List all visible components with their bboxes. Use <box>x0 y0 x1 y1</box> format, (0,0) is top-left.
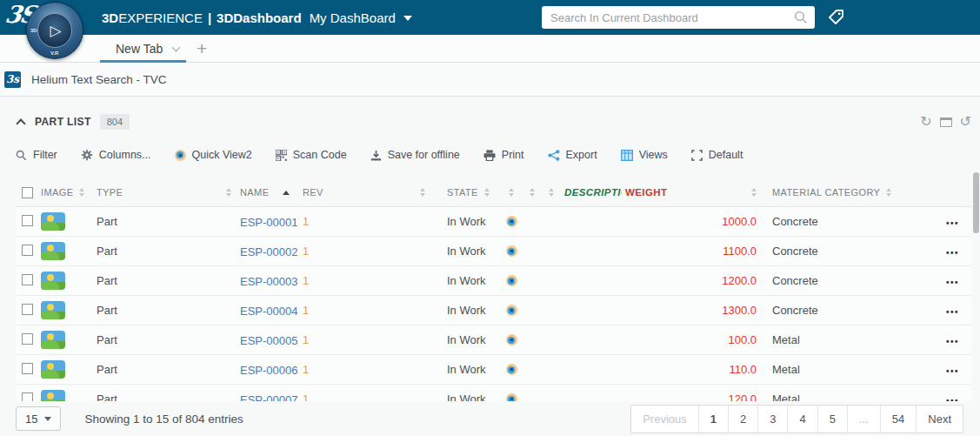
print-label: Print <box>502 149 524 161</box>
search-input[interactable] <box>542 6 815 29</box>
vertical-scrollbar[interactable] <box>973 172 979 233</box>
column-header-type[interactable]: TYPE <box>91 187 235 198</box>
pagination-page-button[interactable]: 5 <box>817 406 847 433</box>
quick-view-radio-icon[interactable] <box>506 275 517 286</box>
part-name-link[interactable]: ESP-00006 <box>240 364 298 377</box>
row-actions-ellipsis-icon[interactable]: ••• <box>946 337 959 346</box>
brand-3d: 3D <box>102 10 118 25</box>
part-name-link[interactable]: ESP-00004 <box>240 305 298 318</box>
pagination-previous-button[interactable]: Previous <box>631 406 698 433</box>
column-header-image[interactable]: IMAGE <box>37 187 91 198</box>
row-checkbox[interactable] <box>22 274 33 285</box>
scan-code-button[interactable]: Scan Code <box>276 149 347 161</box>
tab-chevron-down-icon[interactable] <box>172 44 181 52</box>
row-actions-ellipsis-icon[interactable]: ••• <box>946 248 959 258</box>
row-checkbox[interactable] <box>22 392 33 402</box>
columns-button[interactable]: Columns... <box>81 149 151 161</box>
sort-icon[interactable] <box>420 188 425 197</box>
pagination-next-button[interactable]: Next <box>916 406 963 433</box>
column-header-rev[interactable]: REV <box>300 187 429 198</box>
column-header-unlabeled-2[interactable] <box>523 188 542 197</box>
row-checkbox[interactable] <box>22 215 33 226</box>
3dexperience-compass-icon[interactable]: ▷ 3D V.R <box>26 2 83 59</box>
add-tab-button[interactable]: + <box>197 37 207 60</box>
sort-icon[interactable] <box>484 188 490 197</box>
column-header-description[interactable]: DESCRIPTION <box>561 187 622 198</box>
row-actions-ellipsis-icon[interactable]: ••• <box>946 278 959 287</box>
window-title: 3DEXPERIENCE | 3DDashboard My DashBoard <box>102 0 412 35</box>
dashboard-name[interactable]: My DashBoard <box>310 10 396 25</box>
row-checkbox[interactable] <box>22 245 33 256</box>
sort-icon[interactable] <box>751 188 757 197</box>
filter-button[interactable]: Filter <box>16 149 57 161</box>
print-button[interactable]: Print <box>483 149 524 161</box>
app-name: 3DDashboard <box>217 10 302 25</box>
part-list-table: IMAGE TYPE NAME REV STATE <box>16 178 971 401</box>
tab-new-tab[interactable]: New Tab <box>116 35 179 63</box>
part-thumbnail-image[interactable] <box>41 272 65 290</box>
sort-icon[interactable] <box>886 188 891 197</box>
pagination-page-button[interactable]: 54 <box>880 406 916 433</box>
collapse-chevron-up-icon[interactable] <box>16 118 25 128</box>
material-cell: Metal <box>762 363 918 376</box>
quick-view-radio-icon[interactable] <box>506 216 517 227</box>
part-thumbnail-image[interactable] <box>41 301 65 319</box>
column-header-unlabeled-3[interactable] <box>542 188 561 197</box>
type-cell: Part <box>91 392 235 401</box>
save-offline-button[interactable]: Save for offline <box>370 149 460 161</box>
quick-view-radio-icon[interactable] <box>506 393 517 401</box>
pagination-page-button[interactable]: 3 <box>757 406 787 433</box>
column-header-weight[interactable]: WEIGHT <box>622 187 762 198</box>
column-header-state[interactable]: STATE <box>429 187 500 198</box>
pagination-page-button[interactable]: 2 <box>728 406 757 433</box>
name-column-label: NAME <box>240 187 269 198</box>
search-icon[interactable] <box>794 10 808 24</box>
part-name-link[interactable]: ESP-00005 <box>240 334 298 347</box>
part-thumbnail-image[interactable] <box>41 331 65 349</box>
row-checkbox[interactable] <box>22 304 33 315</box>
quick-view-radio-icon[interactable] <box>506 305 517 316</box>
select-all-checkbox[interactable] <box>22 187 33 198</box>
part-thumbnail-image[interactable] <box>41 212 65 231</box>
row-actions-ellipsis-icon[interactable]: ••• <box>946 366 959 376</box>
row-checkbox[interactable] <box>22 363 33 374</box>
row-actions-ellipsis-icon[interactable]: ••• <box>946 218 959 228</box>
part-name-link[interactable]: ESP-00001 <box>240 216 298 229</box>
tag-icon[interactable] <box>827 8 846 27</box>
part-name-link[interactable]: ESP-00007 <box>240 393 298 402</box>
undo-icon[interactable]: ↺ <box>960 115 971 129</box>
maximize-window-icon[interactable] <box>940 117 952 127</box>
quick-view-radio-icon[interactable] <box>506 245 517 257</box>
pagination-page-button[interactable]: 1 <box>698 406 728 433</box>
sort-icon[interactable] <box>509 188 514 197</box>
sort-icon[interactable] <box>79 188 84 197</box>
part-thumbnail-image[interactable] <box>41 242 65 260</box>
row-checkbox[interactable] <box>22 333 33 345</box>
quick-view-button[interactable]: Quick View2 <box>175 149 252 161</box>
dashboard-chevron-down-icon[interactable] <box>403 16 412 21</box>
column-header-unlabeled-1[interactable] <box>500 188 523 197</box>
page-size-select[interactable]: 15 <box>16 406 61 431</box>
quick-view-radio-icon[interactable] <box>506 334 517 345</box>
section-title[interactable]: PART LIST <box>35 116 91 128</box>
default-view-button[interactable]: Default <box>691 149 743 161</box>
row-actions-ellipsis-icon[interactable]: ••• <box>946 307 959 317</box>
refresh-icon[interactable]: ↻ <box>920 115 931 129</box>
pagination-page-button[interactable]: 4 <box>787 406 817 433</box>
column-header-name[interactable]: NAME <box>235 187 300 198</box>
part-thumbnail-image[interactable] <box>41 360 65 379</box>
state-cell: In Work <box>429 274 500 287</box>
part-name-link[interactable]: ESP-00002 <box>240 245 298 258</box>
table-row: Part ESP-00006 1 In Work 110.0 Metal ••• <box>16 355 971 385</box>
quick-view-radio-icon[interactable] <box>506 364 517 375</box>
sort-ascending-icon[interactable] <box>283 191 290 195</box>
export-button[interactable]: Export <box>548 149 597 161</box>
part-name-link[interactable]: ESP-00003 <box>240 275 298 288</box>
column-header-material-category[interactable]: MATERIAL CATEGORY <box>762 187 918 198</box>
part-thumbnail-image[interactable] <box>41 390 65 401</box>
sort-icon[interactable] <box>549 188 554 197</box>
views-button[interactable]: Views <box>621 149 668 161</box>
table-header-row: IMAGE TYPE NAME REV STATE <box>16 178 971 207</box>
sort-icon[interactable] <box>226 188 231 197</box>
sort-icon[interactable] <box>530 188 535 197</box>
